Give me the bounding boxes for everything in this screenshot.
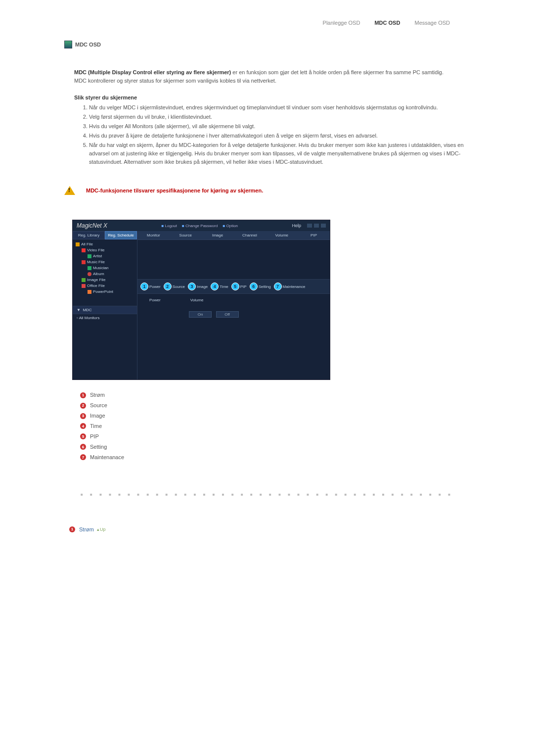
badge-7-icon: 7 <box>274 283 282 290</box>
tab-reg-library[interactable]: Reg. Library <box>73 231 105 239</box>
tree-video[interactable]: Video File <box>76 247 134 253</box>
shot-toolbar: Logout Change Password Option <box>161 224 238 228</box>
step-5: Når du har valgt en skjerm, åpner du MDC… <box>89 141 470 166</box>
bullet-6-icon: 6 <box>80 444 86 450</box>
close-icon[interactable] <box>321 224 326 228</box>
page-title: MDC OSD <box>75 42 101 47</box>
shot-detail-panel: Power Volume On Off <box>137 294 330 379</box>
tree-powerpoint[interactable]: PowerPoint <box>76 289 134 295</box>
cat-maint[interactable]: Maintenance <box>283 284 306 289</box>
shot-window-controls: Help <box>292 223 326 228</box>
nav-message[interactable]: Message OSD <box>414 20 450 26</box>
shot-help[interactable]: Help <box>292 223 301 228</box>
shot-monitor-list <box>137 240 330 279</box>
warning-icon <box>64 186 75 195</box>
legend-image: 3Image <box>80 411 470 421</box>
cat-source[interactable]: Source <box>173 284 185 289</box>
intro-bold: MDC (Multiple Display Control eller styr… <box>74 69 231 75</box>
bullet-3-icon: 3 <box>80 413 86 419</box>
shot-column-headers: Monitor Source Image Channel Volume PIP <box>137 231 330 240</box>
detail-volume-label: Volume <box>190 298 204 302</box>
strom-label: Strøm <box>79 526 94 532</box>
legend-pip: 5PIP <box>80 431 470 442</box>
bullet-7-icon: 7 <box>80 454 86 460</box>
detail-power-label: Power <box>149 298 161 302</box>
legend-source: 2Source <box>80 400 470 411</box>
tree-musician[interactable]: Musician <box>76 265 134 271</box>
shot-logo: MagicNet X <box>77 222 107 229</box>
badge-2-icon: 2 <box>164 283 172 290</box>
cat-image[interactable]: Image <box>197 284 208 289</box>
nav-mdc-osd[interactable]: MDC OSD <box>374 20 400 26</box>
up-link[interactable]: Up <box>97 527 106 532</box>
badge-3-icon: 3 <box>188 283 196 290</box>
cat-time[interactable]: Time <box>220 284 228 289</box>
shot-tabs: Reg. Library Reg. Schedule <box>73 231 137 239</box>
col-pip[interactable]: PIP <box>298 231 330 239</box>
step-4: Hvis du prøver å kjøre de detaljerte fun… <box>89 132 470 140</box>
warning-row: MDC-funksjonene tilsvarer spesifikasjone… <box>64 186 470 195</box>
steps-list: Når du velger MDC i skjermlistevinduet, … <box>74 103 470 166</box>
tree-album[interactable]: Album <box>76 271 134 277</box>
badge-5-icon: 5 <box>231 283 239 290</box>
intro-rest2: MDC kontrollerer og styrer status for sk… <box>74 78 276 84</box>
sidebar-all-monitors[interactable]: ▫ All Monitors <box>73 314 137 379</box>
col-source[interactable]: Source <box>170 231 202 239</box>
tree-all-file[interactable]: All File <box>76 241 134 247</box>
legend-strom: 1Strøm <box>80 390 470 400</box>
minimize-icon[interactable] <box>307 224 312 228</box>
shot-titlebar: MagicNet X Logout Change Password Option… <box>73 220 330 231</box>
subheading: Slik styrer du skjermene <box>74 94 470 100</box>
top-nav: Planlegge OSD MDC OSD Message OSD <box>64 20 470 26</box>
badge-6-icon: 6 <box>250 283 258 290</box>
shot-option[interactable]: Option <box>222 224 238 228</box>
bullet-4-icon: 4 <box>80 423 86 429</box>
off-button[interactable]: Off <box>216 311 239 318</box>
cat-pip[interactable]: PIP <box>240 284 247 289</box>
tab-reg-schedule[interactable]: Reg. Schedule <box>105 231 137 239</box>
intro-rest1: er en funksjon som gjør det lett å holde… <box>231 69 444 75</box>
step-3: Hvis du velger All Monitors (alle skjerm… <box>89 122 470 131</box>
tree-music[interactable]: Music File <box>76 259 134 265</box>
shot-change-password[interactable]: Change Password <box>182 224 218 228</box>
on-button[interactable]: On <box>189 311 212 318</box>
tree-office[interactable]: Office File <box>76 283 134 289</box>
cat-setting[interactable]: Setting <box>259 284 271 289</box>
legend-list: 1Strøm 2Source 3Image 4Time 5PIP 6Settin… <box>80 390 470 462</box>
bullet-5-icon: 5 <box>80 433 86 439</box>
legend-maint: 7Maintenanace <box>80 452 470 463</box>
page-heading: MDC OSD <box>64 41 470 48</box>
step-2: Velg først skjermen du vil bruke, i klie… <box>89 113 470 121</box>
col-volume[interactable]: Volume <box>266 231 298 239</box>
monitor-icon <box>64 41 72 48</box>
badge-1-icon: 1 <box>140 283 148 290</box>
strom-section: 1 Strøm Up <box>69 526 470 532</box>
tree-artist[interactable]: Artist <box>76 253 134 259</box>
warning-text: MDC-funksjonene tilsvarer spesifikasjone… <box>86 188 263 193</box>
shot-file-tree[interactable]: All File Video File Artist Music File Mu… <box>73 239 137 306</box>
shot-logout[interactable]: Logout <box>161 224 177 228</box>
tree-image[interactable]: Image File <box>76 277 134 283</box>
col-monitor[interactable]: Monitor <box>137 231 170 239</box>
app-screenshot: MagicNet X Logout Change Password Option… <box>72 220 330 380</box>
divider-dots: ■ ■ ■ ■ ■ ■ ■ ■ ■ ■ ■ ■ ■ ■ ■ ■ ■ ■ ■ ■ … <box>64 492 470 497</box>
badge-4-icon: 4 <box>211 283 219 290</box>
step-1: Når du velger MDC i skjermlistevinduet, … <box>89 103 470 112</box>
bullet-1-icon: 1 <box>80 392 86 398</box>
legend-setting: 6Setting <box>80 442 470 452</box>
shot-category-row: 1Power 2Source 3Image 4Time 5PIP 6Settin… <box>137 279 330 294</box>
sidebar-mdc[interactable]: ▼ MDC <box>73 306 137 314</box>
bullet-2-icon: 2 <box>80 403 86 409</box>
legend-time: 4Time <box>80 421 470 431</box>
intro-paragraph: MDC (Multiple Display Control eller styr… <box>74 68 470 85</box>
col-image[interactable]: Image <box>202 231 234 239</box>
nav-planlegge[interactable]: Planlegge OSD <box>323 20 360 26</box>
maximize-icon[interactable] <box>314 224 319 228</box>
col-channel[interactable]: Channel <box>233 231 266 239</box>
bullet-icon: 1 <box>69 526 75 532</box>
cat-power[interactable]: Power <box>149 284 161 289</box>
